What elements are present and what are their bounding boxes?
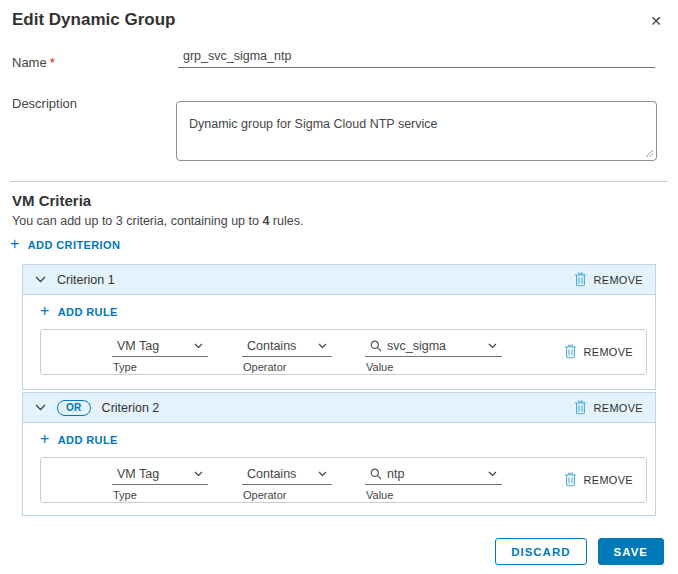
discard-button[interactable]: DISCARD	[495, 538, 586, 565]
criterion-2-body: + ADD RULE VM Tag Type Contains Operator	[23, 423, 655, 515]
plus-icon: +	[10, 236, 20, 252]
criterion-1-section: Criterion 1 REMOVE + ADD RULE VM Tag	[22, 264, 656, 390]
remove-criterion-button[interactable]: REMOVE	[574, 400, 643, 415]
chevron-down-icon	[488, 471, 497, 477]
chevron-down-icon	[194, 343, 203, 349]
rule-value-input[interactable]	[387, 339, 467, 353]
rule-row: VM Tag Type Contains Operator Value	[40, 457, 647, 503]
criterion-title: Criterion 2	[102, 401, 160, 415]
criterion-1-body: + ADD RULE VM Tag Type Contains Operator	[23, 295, 655, 389]
plus-icon: +	[40, 303, 50, 319]
trash-icon	[564, 472, 577, 487]
save-button[interactable]: SAVE	[598, 538, 664, 565]
criterion-1-header[interactable]: Criterion 1 REMOVE	[23, 265, 655, 295]
search-icon	[370, 340, 382, 352]
or-join-badge: OR	[57, 400, 91, 416]
chevron-down-icon	[488, 343, 497, 349]
rule-operator-label: Operator	[243, 489, 286, 501]
description-textarea[interactable]: Dynamic group for Sigma Cloud NTP servic…	[176, 101, 657, 161]
vm-criteria-subtitle: You can add up to 3 criteria, containing…	[12, 214, 303, 228]
rule-type-select[interactable]: VM Tag	[112, 463, 208, 485]
criterion-2-header[interactable]: OR Criterion 2 REMOVE	[23, 393, 655, 423]
dialog-footer: DISCARD SAVE	[495, 538, 664, 565]
name-label: Name*	[12, 53, 55, 71]
plus-icon: +	[40, 431, 50, 447]
dialog-title: Edit Dynamic Group	[12, 10, 175, 30]
search-icon	[370, 468, 382, 480]
close-icon[interactable]: ✕	[646, 10, 666, 32]
trash-icon	[574, 400, 587, 415]
edit-dynamic-group-dialog: Edit Dynamic Group ✕ Name* Description D…	[0, 0, 678, 574]
section-divider	[10, 181, 668, 182]
rule-type-select[interactable]: VM Tag	[112, 335, 208, 357]
chevron-down-icon	[318, 343, 327, 349]
rule-operator-select[interactable]: Contains	[242, 463, 332, 485]
description-label: Description	[12, 96, 77, 111]
remove-rule-button[interactable]: REMOVE	[564, 472, 633, 487]
criterion-title: Criterion 1	[57, 273, 115, 287]
rule-type-label: Type	[113, 489, 137, 501]
chevron-down-icon	[318, 471, 327, 477]
rule-value-input[interactable]	[387, 467, 467, 481]
rule-value-label: Value	[366, 489, 393, 501]
vm-criteria-heading: VM Criteria	[12, 192, 91, 209]
chevron-down-icon[interactable]	[35, 276, 46, 283]
required-asterisk: *	[50, 55, 55, 70]
trash-icon	[574, 272, 587, 287]
trash-icon	[564, 344, 577, 359]
remove-rule-button[interactable]: REMOVE	[564, 344, 633, 359]
add-criterion-button[interactable]: + ADD CRITERION	[10, 238, 120, 252]
rule-operator-label: Operator	[243, 361, 286, 373]
rule-type-label: Type	[113, 361, 137, 373]
rule-operator-select[interactable]: Contains	[242, 335, 332, 357]
add-rule-button[interactable]: + ADD RULE	[40, 433, 118, 447]
remove-criterion-button[interactable]: REMOVE	[574, 272, 643, 287]
rule-value-combobox[interactable]	[365, 335, 502, 357]
criterion-2-section: OR Criterion 2 REMOVE + ADD RULE	[22, 392, 656, 516]
name-input[interactable]	[178, 47, 655, 68]
chevron-down-icon[interactable]	[35, 404, 46, 411]
rule-value-combobox[interactable]	[365, 463, 502, 485]
chevron-down-icon	[194, 471, 203, 477]
add-rule-button[interactable]: + ADD RULE	[40, 305, 118, 319]
description-field-wrap: Dynamic group for Sigma Cloud NTP servic…	[176, 101, 657, 161]
rule-row: VM Tag Type Contains Operator Value	[40, 329, 647, 375]
resize-handle-icon[interactable]	[645, 149, 654, 158]
rule-value-label: Value	[366, 361, 393, 373]
